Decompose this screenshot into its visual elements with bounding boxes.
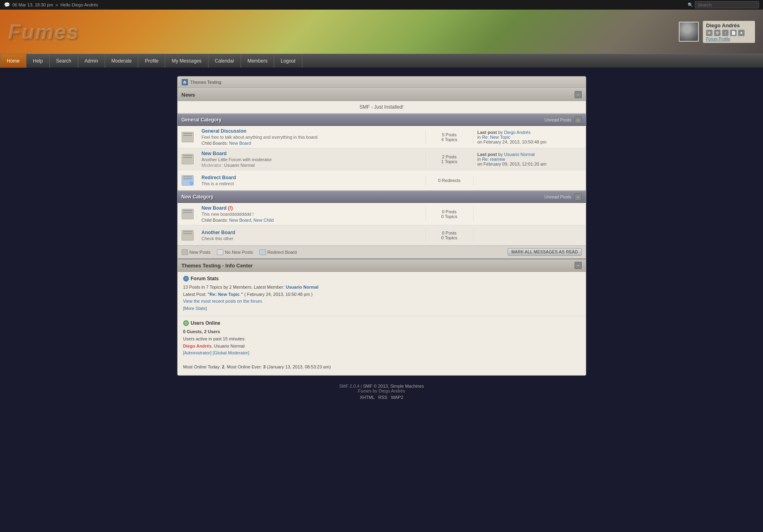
board-lastpost-gd: Last post by Diego Andrés in Re: New Top…: [474, 127, 586, 147]
board-info-ab: Another Board Check this other: [198, 227, 425, 243]
board-posts-nb: 2 Posts: [428, 154, 471, 159]
forum-stats-label: Forum Stats: [191, 276, 219, 281]
mark-read-button[interactable]: MARK ALL MESSAGES AS READ: [508, 248, 581, 256]
board-topics-ab: 0 Topics: [428, 235, 471, 240]
footer-rss[interactable]: RSS: [378, 395, 387, 400]
category-new-collapse[interactable]: −: [575, 193, 582, 200]
user-icon-mail[interactable]: ✉: [706, 30, 712, 36]
lastpost-user-gd[interactable]: Diego Andrés: [504, 130, 530, 135]
forum-stats-title: Forum Stats: [183, 276, 580, 281]
info-center-header: Themes Testing - Info Center −: [178, 259, 586, 272]
news-text: SMF - Just Installed!: [360, 104, 403, 110]
info-center-title: Themes Testing - Info Center: [182, 263, 253, 269]
stats-latest-post-label: Latest Post:: [183, 292, 206, 297]
forum-profile-link[interactable]: Forum Profile: [706, 37, 752, 41]
globe-icon: [183, 276, 189, 281]
footer-wap2[interactable]: WAP2: [391, 395, 403, 400]
lastpost-topic-nb[interactable]: Re: rearrew: [482, 157, 505, 162]
news-collapse-btn[interactable]: −: [575, 91, 582, 98]
user-icon-alert[interactable]: !: [722, 30, 729, 36]
user-icon-star[interactable]: ★: [738, 30, 745, 36]
home-icon[interactable]: 🏠: [182, 79, 188, 85]
board-icon-gd: [182, 132, 194, 142]
nav-calendar[interactable]: Calendar: [208, 54, 241, 68]
lastpost-date-nb: on February 09, 2013, 12:01:20 am: [478, 162, 546, 166]
nav-admin[interactable]: Admin: [78, 54, 105, 68]
category-general-title: General Category: [182, 117, 222, 123]
category-general-collapse[interactable]: −: [575, 116, 582, 123]
footer-smf-link[interactable]: SMF © 2013, Simple Machines: [363, 384, 424, 388]
board-child-link-nb2[interactable]: New Board, New Child: [229, 218, 274, 223]
board-name-gd[interactable]: General Discussion: [202, 128, 421, 134]
lastpost-label-gd: Last post by: [478, 130, 504, 135]
search-input-top[interactable]: [695, 1, 759, 8]
board-desc-rd: This is a redirect: [202, 181, 421, 186]
legend-redirect-label: Redirect Board: [267, 250, 297, 255]
category-new-unread: Unread Posts: [544, 194, 571, 199]
user-icon-doc[interactable]: 📄: [730, 30, 737, 36]
news-content: SMF - Just Installed!: [178, 101, 586, 113]
board-name-ab[interactable]: Another Board: [202, 230, 421, 235]
legend-new-posts: New Posts: [182, 249, 211, 255]
footer-xhtml[interactable]: XHTML: [360, 395, 374, 400]
users-online-text: 0 Guests, 2 Users Users active in past 1…: [183, 328, 580, 371]
lastpost-topic-gd[interactable]: Re: New Topic: [482, 135, 510, 140]
nav-search[interactable]: Search: [50, 54, 78, 68]
board-info-nb2: New Board (!) This new boarddddddddd ! C…: [198, 203, 425, 225]
lastpost-user-nb[interactable]: Usuario Normal: [504, 152, 534, 157]
user1-link[interactable]: Diego Andrés: [183, 344, 212, 348]
board-stats-gd: 5 Posts 4 Topics: [425, 130, 474, 144]
stats-more-stats[interactable]: [More Stats]: [183, 306, 207, 311]
nav-help[interactable]: Help: [26, 54, 50, 68]
board-name-nb[interactable]: New Board: [202, 151, 421, 156]
nav-mymessages[interactable]: My Messages: [165, 54, 208, 68]
info-center: Themes Testing - Info Center − Forum Sta…: [178, 259, 586, 375]
stats-text1: 13 Posts in 7 Topics by 2 Members. Lates…: [183, 285, 285, 289]
nav-members[interactable]: Members: [241, 54, 274, 68]
category-new-header: New Category Unread Posts −: [178, 190, 586, 203]
board-desc-gd: Feel free to talk about anything and eve…: [202, 135, 421, 140]
nav-home[interactable]: Home: [0, 54, 26, 68]
board-info-rd: Redirect Board This is a redirect: [198, 172, 425, 188]
smf-icon: 💬: [4, 2, 10, 8]
board-name-nb2[interactable]: New Board (!): [202, 205, 421, 211]
most-online-today: Most Online Today: 2. Most Online Ever: …: [183, 364, 331, 369]
lastpost-date-gd: on February 24, 2013, 10:50:48 pm: [478, 140, 546, 144]
greeting-sep: »: [56, 2, 58, 7]
user-icon-settings[interactable]: ⚙: [714, 30, 720, 36]
category-general-unread: Unread Posts: [544, 117, 571, 122]
datetime-greeting: 06 Mar 13, 18:30 pm: [12, 2, 53, 7]
board-row-another: Another Board Check this other 0 Posts 0…: [178, 225, 586, 245]
user-name: Diego Andrés: [706, 22, 752, 28]
nav-logout[interactable]: Logout: [274, 54, 302, 68]
mod-link[interactable]: [Global Moderator]: [213, 350, 249, 355]
nav-moderate[interactable]: Moderate: [105, 54, 139, 68]
stats-latest-post[interactable]: "Re: New Topic ": [208, 292, 243, 297]
stats-latest-member[interactable]: Usuario Normal: [285, 285, 318, 289]
users-active-label: Users active in past 15 minutes:: [183, 336, 246, 341]
board-row-newboard: New Board Another Little Forum with mode…: [178, 148, 586, 170]
board-name-rd[interactable]: Redirect Board: [202, 175, 421, 180]
stats-view-recent[interactable]: View the most recent posts on the forum.: [183, 299, 263, 303]
nav-bar: Home Help Search Admin Moderate Profile …: [0, 54, 763, 68]
nav-profile[interactable]: Profile: [138, 54, 165, 68]
legend-no-new-posts: No New Posts: [217, 249, 253, 255]
admin-link[interactable]: [Administrator]: [183, 350, 212, 355]
legend-no-new-label: No New Posts: [225, 250, 253, 255]
board-stats-nb: 2 Posts 1 Topics: [425, 152, 474, 166]
greeting-text: Hello Diego Andrés: [61, 2, 98, 7]
board-lastpost-nb2: [474, 212, 586, 216]
redirect-badge: ↗: [190, 182, 193, 185]
board-redirects-rd: 0 Redirects: [428, 178, 471, 183]
info-center-collapse[interactable]: −: [575, 262, 582, 269]
moe-date: (January 13, 2013, 08:53:23 am): [267, 364, 331, 369]
user-panel: Diego Andrés ✉ ⚙ ! 📄 ★ Forum Profile: [679, 21, 755, 43]
board-child-link-gd[interactable]: New Board: [229, 141, 251, 146]
forum-stats-block: Forum Stats 13 Posts in 7 Topics by 2 Me…: [178, 272, 586, 316]
legend-new-label: New Posts: [190, 250, 211, 255]
top-bar-right[interactable]: 🔍: [688, 1, 759, 8]
board-desc-nb2: This new boarddddddddd !: [202, 212, 421, 216]
board-mod-link-nb[interactable]: Usuario Normal: [224, 163, 255, 168]
news-header: News −: [178, 88, 586, 101]
board-stats-ab: 0 Posts 0 Topics: [425, 228, 474, 243]
